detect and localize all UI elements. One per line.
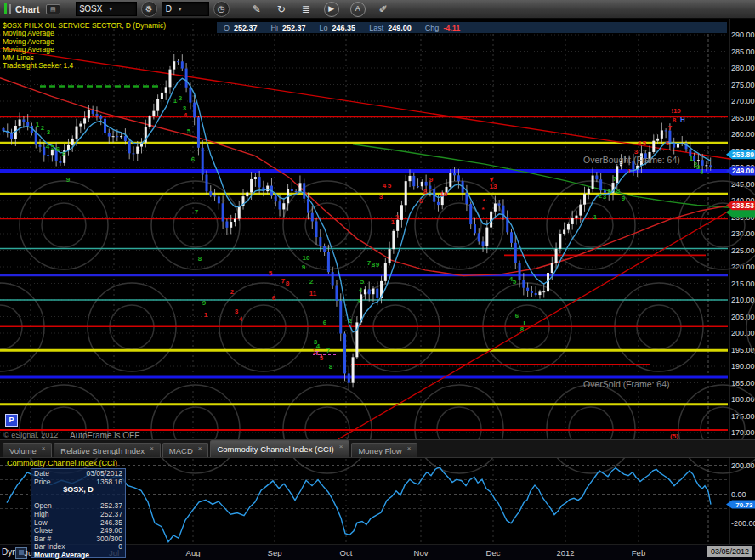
symbol-input[interactable]: $OSX▾ <box>76 2 137 16</box>
price-axis-label: 260.00 <box>731 130 755 139</box>
seeker-marker: 9 <box>202 299 207 307</box>
seeker-marker: 7 <box>668 124 673 132</box>
seeker-marker: 1 <box>36 121 40 128</box>
candle-body <box>230 222 232 228</box>
close-icon[interactable]: × <box>42 444 46 452</box>
seeker-marker: 2 <box>179 94 183 102</box>
candle-body <box>279 201 281 209</box>
seeker-marker: 3 <box>47 128 51 136</box>
data-window-row: High252.37 <box>34 511 122 519</box>
candle-body <box>425 182 428 186</box>
chart-badge-icon: ▤ <box>46 4 60 14</box>
candle-body <box>457 175 460 181</box>
chart-legend: $OSX PHLX OIL SERVICE SECTOR, D (Dynamic… <box>3 22 166 70</box>
close-icon[interactable]: × <box>150 444 154 452</box>
candle-body <box>132 153 134 154</box>
tab-money-flow[interactable]: Money Flow× <box>351 443 417 457</box>
candle-body <box>116 136 118 137</box>
candle-body <box>35 133 37 145</box>
seeker-marker: 3 <box>357 297 361 305</box>
seeker-marker: 3 <box>603 193 607 201</box>
play-icon: ▶ <box>328 4 334 13</box>
cursor-date-box: 03/05/2012 <box>707 546 752 557</box>
data-window: Date03/05/2012Price1358.16$OSX, DOpen252… <box>31 468 126 558</box>
time-settings-button[interactable]: ◷ <box>213 1 230 17</box>
candle-body <box>409 176 412 181</box>
program-trade-badge: P <box>5 414 18 427</box>
background-circle <box>569 203 613 247</box>
candle-body <box>112 136 115 137</box>
price-axis-label: 265.00 <box>731 114 755 122</box>
seeker-marker: 2 <box>395 213 400 221</box>
chevron-down-icon[interactable]: ▾ <box>109 6 112 13</box>
seeker-marker: 5 <box>388 182 392 189</box>
draw-button[interactable]: ✎ <box>247 3 267 15</box>
quote-bar: O252.37Hi252.37Lo246.35Last249.00Chg-4.1… <box>217 22 727 33</box>
seeker-marker: 9 <box>66 176 71 184</box>
refresh-button[interactable]: ↻ <box>271 3 292 15</box>
candle-body <box>222 203 224 221</box>
candle-body <box>275 196 277 202</box>
candle-body <box>474 224 476 233</box>
candle-body <box>311 213 314 222</box>
seeker-marker: 6 <box>666 139 670 147</box>
tab-commodity-channel-index-cci-[interactable]: Commodity Channel Index (CCI)× <box>210 440 349 457</box>
candle-body <box>588 189 590 194</box>
tab-macd[interactable]: MACD× <box>162 443 209 457</box>
candle-body <box>531 291 533 293</box>
candle-body <box>177 61 179 62</box>
candle-body <box>465 193 468 204</box>
candle-body <box>372 289 374 295</box>
candle-body <box>592 176 594 189</box>
tab-relative-strength-index[interactable]: Relative Strength Index× <box>54 443 160 457</box>
symbol-settings-button[interactable]: ⚙ <box>141 1 157 17</box>
candle-body <box>88 110 90 118</box>
data-window-row: Open252.37 <box>34 502 122 511</box>
quote-board-button[interactable]: ≣ <box>296 3 316 15</box>
candle-body <box>514 243 517 263</box>
seeker-marker: L <box>524 320 528 327</box>
candle-body <box>392 231 395 249</box>
close-icon[interactable]: × <box>198 444 202 452</box>
seeker-marker: 4 <box>184 111 188 119</box>
candle-body <box>282 203 285 209</box>
interval-select[interactable]: D▾ <box>162 2 209 16</box>
seeker-marker: 8 <box>673 116 677 124</box>
price-badge-value: 238.53 <box>732 201 754 210</box>
seeker-marker: !10 <box>671 107 681 115</box>
close-icon[interactable]: × <box>339 443 343 450</box>
candle-body <box>421 182 423 186</box>
tools-button[interactable]: ✐ <box>373 3 394 15</box>
seeker-marker: 7 <box>195 208 199 216</box>
candle-body <box>10 133 13 139</box>
candle-body <box>482 241 485 246</box>
price-axis-label: 185.00 <box>731 379 755 387</box>
tab-label: MACD <box>169 446 193 455</box>
auto-button[interactable]: A <box>350 2 366 17</box>
quote-value: 249.00 <box>388 24 412 32</box>
data-window-row: Date03/05/2012 <box>34 470 122 478</box>
seeker-marker: 13 <box>490 183 497 190</box>
candle-body <box>519 263 521 280</box>
chevron-down-icon[interactable]: ▾ <box>179 6 182 13</box>
candle-body <box>250 179 253 193</box>
tab-volume[interactable]: Volume× <box>3 443 52 457</box>
price-axis-label: 225.00 <box>731 246 755 255</box>
candle-body <box>652 141 655 152</box>
candle-body <box>575 216 577 218</box>
candle-body <box>59 161 61 162</box>
candle-body <box>705 165 707 166</box>
candle-body <box>161 93 163 99</box>
candle-body <box>120 136 122 137</box>
quote-label: Hi <box>271 24 279 32</box>
candle-body <box>209 191 212 195</box>
tab-label: Relative Strength Index <box>60 446 145 455</box>
close-icon[interactable]: × <box>407 444 412 452</box>
data-window-row: Moving Average <box>34 552 122 560</box>
time-axis-label: 2012 <box>551 548 580 557</box>
candle-body <box>364 289 366 294</box>
play-button[interactable]: ▶ <box>324 2 339 17</box>
seeker-marker: 4 <box>46 143 50 150</box>
seeker-marker: 3 <box>379 193 383 201</box>
cci-axis-label: -200.00 <box>731 519 755 528</box>
